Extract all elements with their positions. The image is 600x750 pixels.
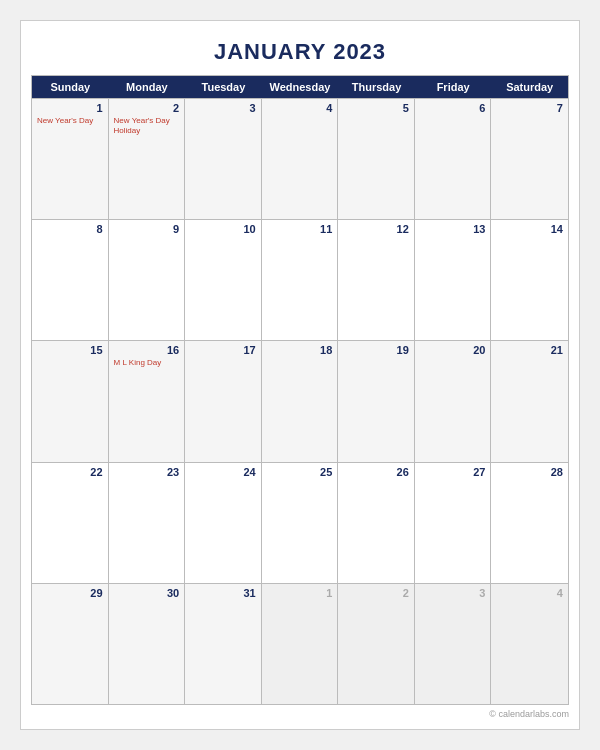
day-cell: 20 (415, 341, 492, 461)
header-cell-saturday: Saturday (491, 76, 568, 98)
day-number: 5 (343, 102, 409, 114)
week-row-4: 22232425262728 (32, 462, 568, 583)
event-label: M L King Day (114, 358, 180, 368)
day-cell: 15 (32, 341, 109, 461)
day-number: 11 (267, 223, 333, 235)
event-label: New Year's Day (37, 116, 103, 126)
day-number: 1 (267, 587, 333, 599)
header-cell-thursday: Thursday (338, 76, 415, 98)
day-cell: 5 (338, 99, 415, 219)
day-cell: 29 (32, 584, 109, 704)
day-number: 2 (114, 102, 180, 114)
day-cell: 2 (338, 584, 415, 704)
day-number: 26 (343, 466, 409, 478)
day-number: 15 (37, 344, 103, 356)
day-cell: 14 (491, 220, 568, 340)
day-number: 28 (496, 466, 563, 478)
calendar-title: JANUARY 2023 (31, 31, 569, 75)
day-cell: 26 (338, 463, 415, 583)
day-cell: 22 (32, 463, 109, 583)
week-row-1: 1New Year's Day2New Year's Day Holiday34… (32, 98, 568, 219)
day-cell: 25 (262, 463, 339, 583)
day-cell: 16M L King Day (109, 341, 186, 461)
day-number: 30 (114, 587, 180, 599)
day-number: 22 (37, 466, 103, 478)
day-cell: 1 (262, 584, 339, 704)
day-cell: 21 (491, 341, 568, 461)
day-cell: 17 (185, 341, 262, 461)
day-number: 7 (496, 102, 563, 114)
day-cell: 30 (109, 584, 186, 704)
calendar-grid: SundayMondayTuesdayWednesdayThursdayFrid… (31, 75, 569, 705)
day-number: 19 (343, 344, 409, 356)
day-cell: 1New Year's Day (32, 99, 109, 219)
day-cell: 2New Year's Day Holiday (109, 99, 186, 219)
header-cell-friday: Friday (415, 76, 492, 98)
day-cell: 4 (491, 584, 568, 704)
day-number: 27 (420, 466, 486, 478)
day-number: 10 (190, 223, 256, 235)
day-cell: 13 (415, 220, 492, 340)
header-cell-tuesday: Tuesday (185, 76, 262, 98)
day-number: 6 (420, 102, 486, 114)
header-cell-sunday: Sunday (32, 76, 109, 98)
day-cell: 24 (185, 463, 262, 583)
calendar-page: JANUARY 2023 SundayMondayTuesdayWednesda… (20, 20, 580, 730)
week-row-3: 1516M L King Day1718192021 (32, 340, 568, 461)
day-number: 14 (496, 223, 563, 235)
day-cell: 11 (262, 220, 339, 340)
day-cell: 3 (185, 99, 262, 219)
day-cell: 12 (338, 220, 415, 340)
day-number: 9 (114, 223, 180, 235)
footer: © calendarlabs.com (31, 705, 569, 719)
day-number: 20 (420, 344, 486, 356)
day-cell: 4 (262, 99, 339, 219)
day-number: 13 (420, 223, 486, 235)
day-number: 4 (496, 587, 563, 599)
day-cell: 31 (185, 584, 262, 704)
day-cell: 19 (338, 341, 415, 461)
day-cell: 7 (491, 99, 568, 219)
day-number: 17 (190, 344, 256, 356)
day-cell: 9 (109, 220, 186, 340)
day-number: 1 (37, 102, 103, 114)
week-row-5: 2930311234 (32, 583, 568, 704)
day-number: 2 (343, 587, 409, 599)
day-number: 4 (267, 102, 333, 114)
day-number: 3 (190, 102, 256, 114)
day-number: 8 (37, 223, 103, 235)
header-row: SundayMondayTuesdayWednesdayThursdayFrid… (32, 76, 568, 98)
day-number: 18 (267, 344, 333, 356)
day-number: 3 (420, 587, 486, 599)
day-cell: 27 (415, 463, 492, 583)
header-cell-monday: Monday (109, 76, 186, 98)
header-cell-wednesday: Wednesday (262, 76, 339, 98)
day-cell: 3 (415, 584, 492, 704)
day-number: 21 (496, 344, 563, 356)
day-number: 23 (114, 466, 180, 478)
day-cell: 6 (415, 99, 492, 219)
day-cell: 28 (491, 463, 568, 583)
day-number: 25 (267, 466, 333, 478)
day-number: 31 (190, 587, 256, 599)
weeks-container: 1New Year's Day2New Year's Day Holiday34… (32, 98, 568, 704)
day-number: 12 (343, 223, 409, 235)
day-cell: 23 (109, 463, 186, 583)
day-number: 16 (114, 344, 180, 356)
week-row-2: 891011121314 (32, 219, 568, 340)
day-number: 29 (37, 587, 103, 599)
day-cell: 10 (185, 220, 262, 340)
event-label: New Year's Day Holiday (114, 116, 180, 135)
day-number: 24 (190, 466, 256, 478)
day-cell: 18 (262, 341, 339, 461)
day-cell: 8 (32, 220, 109, 340)
